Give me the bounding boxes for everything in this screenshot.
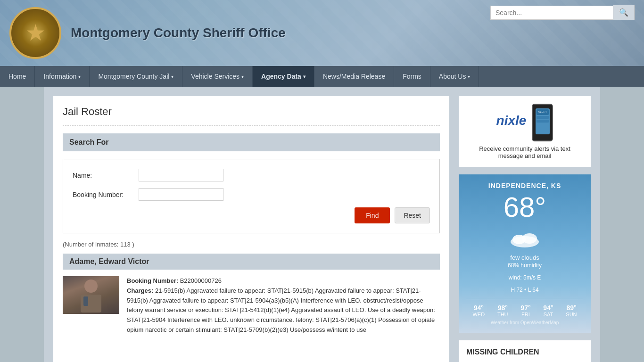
weather-forecast: 94° WED 98° THU 97° FRI 94° SAT 89° SU <box>466 299 583 317</box>
booking-label: Booking Number: <box>73 191 139 198</box>
reset-button[interactable]: Reset <box>395 207 430 223</box>
weather-temperature: 68° <box>466 193 583 222</box>
header: ★ Montgomery County Sheriff Office 🔍 <box>0 0 644 66</box>
person-icon <box>77 278 105 313</box>
nav-home[interactable]: Home <box>0 66 35 87</box>
cloud-icon <box>506 225 544 249</box>
nav-jail[interactable]: Montgomery County Jail▾ <box>90 66 182 87</box>
nav-news[interactable]: News/Media Release <box>314 66 394 87</box>
weather-wind: wind: 5m/s E <box>466 274 583 281</box>
nixle-logo: nixle <box>496 113 527 128</box>
inmate-photo <box>63 276 119 314</box>
search-for-section: Search For <box>63 133 440 151</box>
weather-humidity: 68% humidity <box>466 262 583 269</box>
inmate-name-header: Adame, Edward Victor <box>63 254 440 270</box>
nixle-logo-area: nixle <box>496 113 527 132</box>
inmates-count: (Number of Inmates: 113 ) <box>63 241 440 248</box>
forecast-sun: 89° SUN <box>566 304 577 317</box>
weather-city: INDEPENDENCE, KS <box>466 182 583 189</box>
form-actions: Find Reset <box>73 207 430 223</box>
missing-children-section: MISSING CHILDREN <box>459 340 591 362</box>
svg-point-5 <box>522 233 537 244</box>
forecast-sat: 94° SAT <box>543 304 553 317</box>
nixle-widget: nixle ALERT Receive community alerts via… <box>459 96 591 167</box>
main-container: Jail Roster Search For Name: Booking Num… <box>44 87 600 362</box>
search-bar: 🔍 <box>490 5 635 20</box>
search-button[interactable]: 🔍 <box>613 5 635 20</box>
booking-number-value: B22000000726 <box>180 277 222 284</box>
missing-children-title: MISSING CHILDREN <box>466 348 583 356</box>
chevron-down-icon: ▾ <box>468 74 470 79</box>
forecast-fri: 97° FRI <box>520 304 530 317</box>
weather-description: few clouds <box>466 254 583 261</box>
charges-label: Charges: <box>127 287 153 294</box>
page-title: Jail Roster <box>63 106 440 118</box>
nixle-row: nixle ALERT <box>466 104 583 141</box>
booking-input[interactable] <box>139 188 223 201</box>
svg-rect-2 <box>83 296 88 306</box>
nav-about[interactable]: About Us▾ <box>430 66 479 87</box>
charges-value: 21-5915(b) Aggravated failure to appear:… <box>127 287 435 333</box>
content-area: Jail Roster Search For Name: Booking Num… <box>53 96 449 362</box>
search-input[interactable] <box>490 6 613 20</box>
phone-icon: ALERT <box>532 104 553 141</box>
name-input[interactable] <box>139 169 223 181</box>
forecast-thu: 98° THU <box>497 304 508 317</box>
sidebar: nixle ALERT Receive community alerts via… <box>459 96 591 362</box>
forecast-wed: 94° WED <box>472 304 485 317</box>
weather-high-low: H 72 • L 64 <box>466 287 583 293</box>
search-form: Name: Booking Number: Find Reset <box>63 159 440 233</box>
site-title: Montgomery County Sheriff Office <box>71 25 286 41</box>
find-button[interactable]: Find <box>355 207 390 223</box>
booking-number-label: Booking Number: <box>127 277 178 284</box>
nav-information[interactable]: Information▾ <box>35 66 90 87</box>
logo: ★ <box>9 7 61 59</box>
search-section-title: Search For <box>69 138 109 146</box>
nixle-tagline: Receive community alerts via text messag… <box>466 145 583 159</box>
chevron-down-icon: ▾ <box>171 74 173 79</box>
weather-widget: INDEPENDENCE, KS 68° few clouds 68% humi… <box>459 174 591 333</box>
chevron-down-icon: ▾ <box>241 74 244 79</box>
main-nav: Home Information▾ Montgomery County Jail… <box>0 66 644 87</box>
nav-agency-data[interactable]: Agency Data▾ <box>253 66 314 87</box>
chevron-down-icon: ▾ <box>78 74 81 79</box>
nav-forms[interactable]: Forms <box>394 66 430 87</box>
nav-vehicle-services[interactable]: Vehicle Services▾ <box>182 66 253 87</box>
name-label: Name: <box>73 172 139 179</box>
name-row: Name: <box>73 169 430 181</box>
inmate-detail: Booking Number: B22000000726 Charges: 21… <box>63 270 440 342</box>
svg-point-0 <box>84 280 98 293</box>
weather-source: Weather from OpenWeatherMap <box>466 320 583 325</box>
logo-star: ★ <box>25 22 46 44</box>
booking-row: Booking Number: <box>73 188 430 201</box>
chevron-down-icon: ▾ <box>303 74 305 79</box>
inmate-info: Booking Number: B22000000726 Charges: 21… <box>127 276 440 335</box>
